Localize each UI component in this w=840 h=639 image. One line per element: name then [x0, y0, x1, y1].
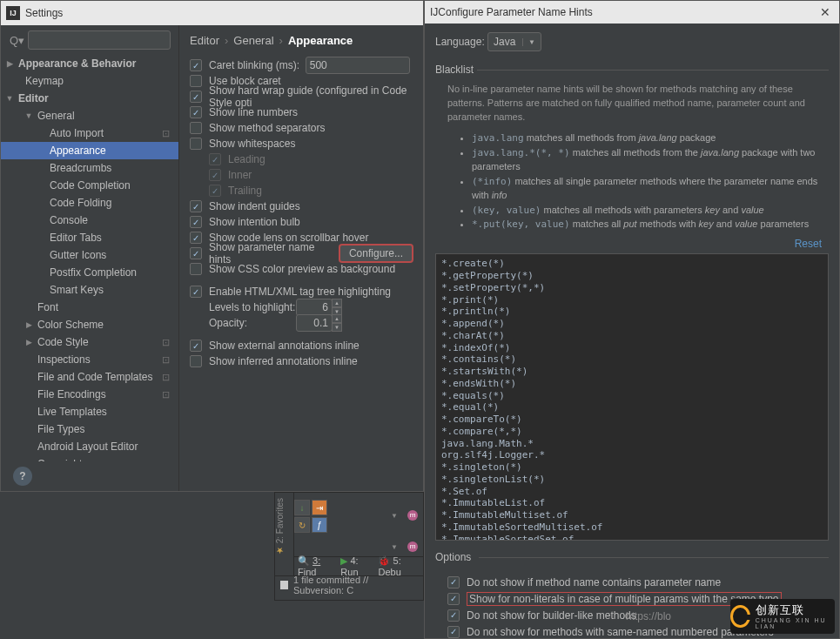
- tree-file-code-templates[interactable]: File and Code Templates⊡: [1, 368, 178, 386]
- ide-background: ★ 2: Favorites ↓⇥ ↻ƒ ▼m ▼m 🔍 3: Find ▶ 4…: [274, 492, 424, 601]
- checkbox-caret-blinking[interactable]: [190, 59, 202, 71]
- checkbox-intention-bulb[interactable]: [190, 216, 202, 228]
- checkbox-opt1[interactable]: [447, 576, 460, 589]
- settings-title: Settings: [25, 7, 63, 19]
- watermark: https://blo 创新互联CHUANG XIN HU LIAN: [626, 599, 835, 634]
- settings-window: IJ Settings Q▾ ▶Appearance & Behavior Ke…: [0, 0, 424, 492]
- checkbox-indent-guides[interactable]: [190, 200, 202, 212]
- project-badge-icon: ⊡: [162, 337, 170, 348]
- tree-code-style[interactable]: ▶Code Style⊡: [1, 333, 178, 351]
- chevron-down-icon: ▼: [522, 38, 535, 46]
- tree-appearance[interactable]: Appearance: [1, 142, 178, 159]
- param-hints-dialog: IJ Configure Parameter Name Hints ✕ Lang…: [424, 0, 840, 639]
- ide-status-row: 🔍 3: Find ▶ 4: Run 🐞 5: Debu: [294, 556, 423, 575]
- intellij-icon: IJ: [6, 6, 20, 20]
- intellij-icon: IJ: [430, 6, 438, 18]
- tree-auto-import[interactable]: Auto Import⊡: [1, 124, 178, 142]
- search-back-icon[interactable]: Q▾: [10, 34, 24, 47]
- checkbox-method-sep[interactable]: [190, 122, 202, 134]
- tree-inspections[interactable]: Inspections⊡: [1, 351, 178, 368]
- tree-copyright[interactable]: ▶Copyright⊡: [1, 455, 178, 461]
- spinner-icon[interactable]: ▲▼: [332, 299, 342, 316]
- blacklist-textarea[interactable]: *.create(*)*.getProperty(*)*.setProperty…: [435, 253, 829, 541]
- tree-android-layout[interactable]: Android Layout Editor: [1, 438, 178, 455]
- blacklist-hint: No in-line parameter name hints will be …: [435, 79, 829, 131]
- tool-icon[interactable]: ƒ: [312, 517, 327, 533]
- settings-main: Editor›General›Appearance Caret blinking…: [179, 25, 423, 491]
- settings-titlebar: IJ Settings: [1, 1, 423, 25]
- checkbox-opt2[interactable]: [447, 593, 460, 605]
- watermark-logo: 创新互联CHUANG XIN HU LIAN: [730, 599, 835, 634]
- tree-appearance-behavior[interactable]: ▶Appearance & Behavior: [1, 55, 178, 72]
- blacklist-patterns-list: java.lang matches all methods from java.…: [435, 131, 829, 239]
- tree-code-completion[interactable]: Code Completion: [1, 177, 178, 194]
- levels-input[interactable]: [296, 299, 333, 316]
- commit-icon: [280, 581, 288, 589]
- tree-keymap[interactable]: Keymap: [1, 72, 178, 90]
- checkbox-opt4[interactable]: [447, 626, 460, 638]
- settings-sidebar: Q▾ ▶Appearance & Behavior Keymap ▼Editor…: [1, 25, 179, 491]
- reset-link[interactable]: Reset: [435, 238, 829, 250]
- opacity-input[interactable]: [296, 314, 333, 332]
- tree-breadcrumbs[interactable]: Breadcrumbs: [1, 159, 178, 177]
- caret-blinking-input[interactable]: [306, 57, 410, 74]
- options-header: Options: [435, 551, 829, 563]
- tree-console[interactable]: Console: [1, 212, 178, 229]
- tree-general[interactable]: ▼General: [1, 107, 178, 124]
- settings-search-input[interactable]: [28, 30, 171, 50]
- tool-icon[interactable]: ↓: [294, 500, 310, 515]
- favorites-tool-button[interactable]: ★ 2: Favorites: [275, 493, 294, 575]
- checkbox-leading[interactable]: [209, 153, 221, 165]
- dialog-title: Configure Parameter Name Hints: [438, 6, 592, 18]
- tree-gutter-icons[interactable]: Gutter Icons: [1, 246, 178, 264]
- checkbox-hard-wrap[interactable]: [190, 91, 202, 103]
- tree-code-folding[interactable]: Code Folding: [1, 194, 178, 212]
- language-combo[interactable]: Java▼: [487, 32, 541, 51]
- checkbox-codelens[interactable]: [190, 232, 202, 244]
- tree-color-scheme[interactable]: ▶Color Scheme: [1, 316, 178, 333]
- checkbox-tag-tree[interactable]: [190, 286, 202, 298]
- project-badge-icon: ⊡: [162, 128, 170, 139]
- tree-font[interactable]: Font: [1, 299, 178, 316]
- blacklist-header: Blacklist: [435, 64, 829, 76]
- checkbox-css-preview[interactable]: [190, 263, 202, 275]
- close-icon[interactable]: ✕: [816, 5, 834, 19]
- tree-editor[interactable]: ▼Editor: [1, 90, 178, 107]
- checkbox-trailing[interactable]: [209, 185, 221, 197]
- settings-tree: ▶Appearance & Behavior Keymap ▼Editor ▼G…: [1, 55, 178, 461]
- dialog-titlebar: IJ Configure Parameter Name Hints ✕: [425, 1, 839, 24]
- checkbox-inf-ann[interactable]: [190, 355, 202, 367]
- ide-commit-status: 1 file committed // Subversion: C: [275, 575, 423, 593]
- help-button[interactable]: ?: [13, 467, 32, 486]
- tree-file-types[interactable]: File Types: [1, 420, 178, 438]
- tool-icon[interactable]: ↻: [294, 517, 310, 533]
- checkbox-opt3[interactable]: [447, 609, 460, 622]
- spinner-icon[interactable]: ▲▼: [332, 314, 342, 332]
- checkbox-block-caret[interactable]: [190, 75, 202, 87]
- breadcrumb: Editor›General›Appearance: [190, 34, 413, 47]
- checkbox-whitespaces[interactable]: [190, 138, 202, 150]
- tool-icon[interactable]: ⇥: [312, 500, 327, 515]
- checkbox-inner[interactable]: [209, 169, 221, 181]
- tree-editor-tabs[interactable]: Editor Tabs: [1, 229, 178, 246]
- checkbox-line-numbers[interactable]: [190, 106, 202, 118]
- language-label: Language:: [435, 36, 487, 48]
- tree-file-encodings[interactable]: File Encodings⊡: [1, 386, 178, 403]
- configure-button[interactable]: Configure...: [339, 245, 413, 262]
- tree-postfix-completion[interactable]: Postfix Completion: [1, 264, 178, 281]
- tree-smart-keys[interactable]: Smart Keys: [1, 281, 178, 299]
- checkbox-param-hints[interactable]: [190, 247, 202, 259]
- checkbox-ext-ann[interactable]: [190, 340, 202, 352]
- tree-live-templates[interactable]: Live Templates: [1, 403, 178, 420]
